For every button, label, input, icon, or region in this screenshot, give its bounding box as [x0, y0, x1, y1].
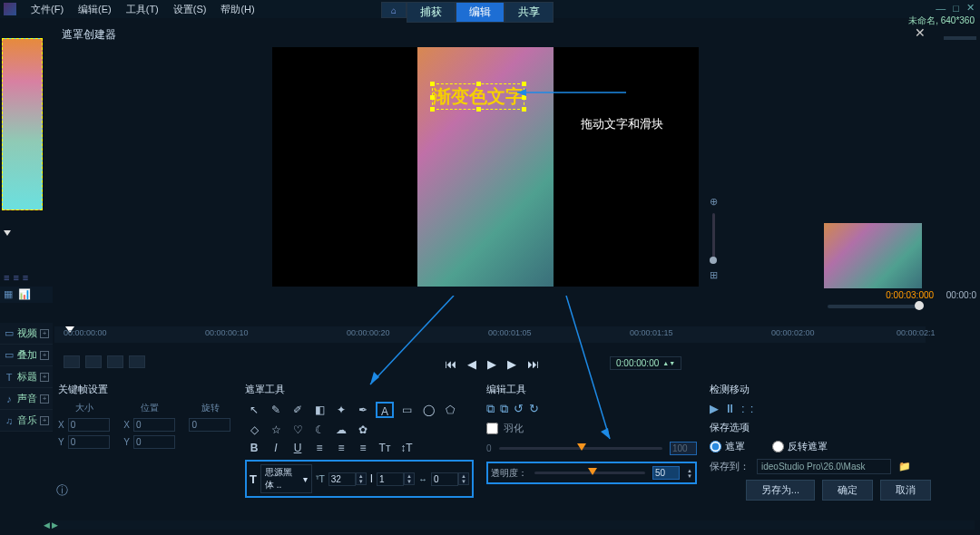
bold-icon[interactable]: B	[245, 440, 263, 456]
mask-text-label: 渐变色文字	[433, 86, 524, 106]
font-case-icon[interactable]: Tт	[376, 440, 394, 456]
polygon-icon[interactable]: ⬠	[441, 402, 459, 418]
preview-top-slider[interactable]	[944, 36, 976, 40]
play-button[interactable]: ▶	[487, 357, 496, 371]
text-mask-icon[interactable]: A	[376, 402, 394, 418]
undo-icon[interactable]: ↺	[514, 402, 524, 416]
pos-y-input[interactable]	[133, 435, 175, 449]
minimize-button[interactable]: —	[936, 3, 946, 14]
feather-value[interactable]	[670, 442, 697, 455]
menu-tool[interactable]: 工具(T)	[119, 3, 166, 16]
right-zoom-slider[interactable]	[828, 305, 924, 308]
right-timecode: 0:00:03:000 00:00:0	[886, 290, 976, 300]
eraser-icon[interactable]: ◧	[310, 402, 328, 418]
browse-folder-icon[interactable]: 📁	[898, 461, 911, 472]
italic-icon[interactable]: I	[267, 440, 285, 456]
step-fwd-button[interactable]: ▶	[507, 357, 516, 371]
saveas-button[interactable]: 另存为...	[746, 480, 815, 501]
size-y-input[interactable]	[68, 435, 110, 449]
tab-edit[interactable]: 编辑	[456, 2, 505, 23]
zoom-in-icon[interactable]: ⊕	[710, 196, 718, 208]
opacity-slider[interactable]	[534, 472, 645, 474]
smart-brush-icon[interactable]: ✐	[289, 402, 307, 418]
redo-icon[interactable]: ↻	[529, 402, 539, 416]
dialog-close-button[interactable]: ✕	[915, 25, 926, 40]
track-person-icon[interactable]: ▶	[710, 402, 719, 415]
menu-settings[interactable]: 设置(S)	[166, 3, 214, 16]
zoom-reset-icon[interactable]: ⊞	[710, 269, 718, 281]
storyboard-icon[interactable]: ▦	[4, 288, 13, 301]
help-icon[interactable]: ⓘ	[56, 482, 68, 499]
tab-capture[interactable]: 捕获	[407, 2, 456, 23]
kerning-input[interactable]	[431, 472, 458, 486]
menu-help[interactable]: 帮助(H)	[213, 3, 261, 16]
star-icon[interactable]: ☆	[267, 422, 285, 438]
gear-icon[interactable]: ✿	[354, 422, 372, 438]
maximize-button[interactable]: □	[953, 3, 959, 14]
ellipse-icon[interactable]: ◯	[419, 402, 437, 418]
track-audio[interactable]: ♪声音+	[0, 388, 53, 410]
align-right-icon[interactable]: ≡	[354, 440, 372, 456]
go-end-button[interactable]: ⏭	[527, 357, 539, 371]
track-video[interactable]: ▭视频+	[0, 323, 53, 345]
font-select[interactable]: 思源黑体 ..▾	[260, 464, 312, 493]
pos-x-input[interactable]	[133, 418, 175, 432]
track-pause-icon[interactable]: ⏸	[724, 402, 736, 415]
pointer-icon[interactable]: ↖	[245, 402, 263, 418]
copy-icon[interactable]: ⧉	[486, 402, 495, 416]
font-size-icon: ᵀT	[316, 474, 325, 484]
ok-button[interactable]: 确定	[822, 480, 873, 501]
rot-input[interactable]	[189, 418, 230, 432]
source-scrubber[interactable]	[2, 230, 43, 239]
wand-icon[interactable]: ✦	[332, 402, 350, 418]
font-size-input[interactable]	[328, 472, 356, 486]
opacity-input[interactable]	[652, 466, 680, 480]
feather-slider[interactable]	[499, 447, 662, 450]
heart-icon[interactable]: ♡	[289, 422, 307, 438]
timeline-ruler[interactable]: 00:00:00:00 00:00:00:10 00:00:00:20 00:0…	[54, 326, 926, 343]
keyframe-panel: 关键帧设置 大小位置旋转 X X Y Y	[54, 379, 236, 497]
menu-file[interactable]: 文件(F)	[24, 3, 71, 16]
timeline-icon[interactable]: 📊	[18, 288, 31, 301]
close-button[interactable]: ✕	[966, 2, 975, 14]
feather-label: 羽化	[504, 422, 524, 435]
timeline-tools: ≡≡≡ ▦📊	[0, 268, 53, 303]
annotation-hint: 拖动文字和滑块	[581, 116, 663, 132]
edit-tools-panel: 编辑工具 ⧉ ⧉ ↺ ↻ 羽化 0 透明度： ▲▼	[483, 379, 701, 497]
moon-icon[interactable]: ☾	[310, 422, 328, 438]
diamond-icon[interactable]: ◇	[245, 422, 263, 438]
track-overlay[interactable]: ▭叠加+	[0, 345, 53, 366]
opacity-label: 透明度：	[491, 467, 527, 480]
feather-checkbox[interactable]	[486, 423, 498, 434]
pen-icon[interactable]: ✒	[354, 402, 372, 418]
cancel-button[interactable]: 取消	[880, 480, 931, 501]
rect-icon[interactable]: ▭	[397, 402, 416, 418]
home-tab[interactable]: ⌂	[381, 2, 407, 18]
align-left-icon[interactable]: ≡	[310, 440, 328, 456]
size-x-input[interactable]	[68, 418, 110, 432]
align-center-icon[interactable]: ≡	[332, 440, 350, 456]
library-thumbnail[interactable]	[824, 223, 922, 288]
tab-share[interactable]: 共享	[505, 2, 554, 23]
underline-icon[interactable]: U	[289, 440, 307, 456]
timecode-field[interactable]: 0:00:00:00▲▼	[610, 356, 681, 370]
invert-radio[interactable]: 反转遮罩	[772, 440, 828, 453]
tracking-input[interactable]	[377, 472, 404, 486]
step-back-button[interactable]: ◀	[467, 357, 476, 371]
mask-preview[interactable]: 渐变色文字 拖动文字和滑块	[272, 47, 699, 287]
bottom-scrollbar[interactable]: ◀▶	[44, 520, 975, 530]
preview-zoom[interactable]: ⊕ ⊞	[706, 196, 720, 281]
source-clip-thumbnail[interactable]	[2, 38, 43, 210]
cloud-icon[interactable]: ☁	[332, 422, 350, 438]
brush-icon[interactable]: ✎	[267, 402, 285, 418]
vertical-text-icon[interactable]: ↕T	[397, 440, 416, 456]
opacity-row: 透明度： ▲▼	[486, 462, 697, 484]
paste-icon[interactable]: ⧉	[500, 402, 508, 416]
menu-edit[interactable]: 编辑(E)	[71, 3, 119, 16]
go-start-button[interactable]: ⏮	[445, 357, 456, 371]
track-title[interactable]: T标题+	[0, 366, 53, 388]
track-music[interactable]: ♫音乐+	[0, 410, 53, 432]
keyframe-align-buttons[interactable]	[64, 355, 145, 368]
mask-text-object[interactable]: 渐变色文字	[432, 83, 524, 110]
mask-radio[interactable]: 遮罩	[710, 440, 745, 453]
